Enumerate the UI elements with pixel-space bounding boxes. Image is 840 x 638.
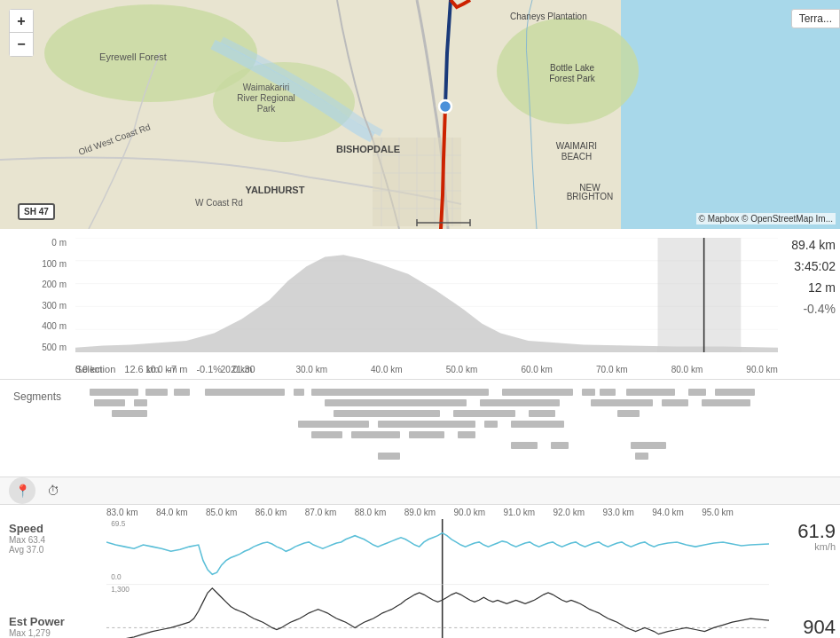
x-label-90: 90.0 km: [746, 365, 778, 374]
bx-94: 94.0 km: [652, 508, 684, 517]
power-current-value: 904: [803, 618, 836, 637]
map-container: Eyrewell Forest Waimakariri River Region…: [0, 0, 840, 229]
bx-87: 87.0 km: [305, 508, 337, 517]
speed-value-container: 61.9 km/h: [797, 522, 836, 552]
speed-avg: Avg 37.0: [9, 545, 98, 555]
elevation-container: 500 m 400 m 300 m 200 m 100 m 0 m 0.0 km: [0, 229, 840, 380]
speed-label: Speed: [9, 522, 98, 535]
svg-text:YALDHURST: YALDHURST: [246, 185, 305, 195]
svg-rect-65: [617, 410, 640, 417]
y-label-300: 300 m: [13, 301, 71, 311]
bx-95: 95.0 km: [702, 508, 734, 517]
svg-text:BRIGHTON: BRIGHTON: [567, 192, 614, 201]
svg-rect-58: [591, 399, 653, 406]
stat-time: 3:45:02: [778, 259, 836, 273]
svg-text:W Coast Rd: W Coast Rd: [195, 198, 243, 208]
svg-rect-47: [311, 389, 489, 396]
svg-rect-73: [458, 431, 475, 438]
svg-rect-63: [453, 410, 515, 417]
svg-rect-52: [688, 389, 706, 396]
segments-label: Segments: [13, 390, 61, 403]
x-label-30: 30.0 km: [295, 365, 327, 374]
chart-svg-area[interactable]: 69.5 0.0 1,300 0: [106, 517, 769, 638]
svg-text:River Regional: River Regional: [237, 93, 295, 103]
svg-text:Eyrewell Forest: Eyrewell Forest: [99, 51, 167, 62]
svg-rect-69: [511, 421, 564, 428]
bx-91: 91.0 km: [504, 508, 536, 517]
speed-unit: km/h: [797, 541, 836, 552]
bottom-panel: 📍 ⏱ 83.0 km 84.0 km 85.0 km 86.0 km 87.0…: [0, 477, 840, 638]
stat-grade: -0.4%: [778, 302, 836, 316]
tab-bar: 📍 ⏱: [0, 477, 840, 505]
speed-max: Max 63.4: [9, 535, 98, 545]
bx-93: 93.0 km: [602, 508, 634, 517]
svg-point-15: [439, 100, 451, 113]
power-value-container: 904 W: [803, 618, 836, 638]
power-info: Est Power Max 1,279 Avg 299: [9, 615, 98, 638]
svg-text:BISHOPDALE: BISHOPDALE: [336, 144, 400, 154]
svg-rect-56: [325, 399, 467, 406]
bottom-x-labels: 83.0 km 84.0 km 85.0 km 86.0 km 87.0 km …: [0, 505, 840, 517]
x-label-40: 40.0 km: [371, 365, 403, 374]
elevation-stats: 89.4 km 3:45:02 12 m -0.4%: [778, 238, 836, 316]
elevation-chart-area[interactable]: [75, 238, 778, 352]
svg-text:Chaneys Plantation: Chaneys Plantation: [510, 12, 587, 21]
x-label-80: 80.0 km: [671, 365, 703, 374]
svg-rect-66: [298, 421, 369, 428]
selection-label: Selection: [75, 364, 115, 374]
svg-text:WAIMAIRI: WAIMAIRI: [556, 141, 597, 151]
svg-rect-62: [334, 410, 440, 417]
svg-text:BEACH: BEACH: [561, 152, 592, 161]
segments-area: [80, 387, 765, 470]
svg-rect-53: [715, 389, 755, 396]
svg-rect-45: [205, 389, 285, 396]
svg-text:1,300: 1,300: [111, 585, 130, 594]
bx-84: 84.0 km: [156, 508, 188, 517]
svg-rect-68: [484, 421, 498, 428]
terrain-badge[interactable]: Terra...: [791, 9, 840, 28]
svg-rect-46: [294, 389, 304, 396]
svg-rect-42: [90, 389, 138, 396]
y-label-100: 100 m: [13, 259, 71, 269]
stat-distance: 89.4 km: [778, 238, 836, 252]
bx-88: 88.0 km: [355, 508, 387, 517]
y-label-500: 500 m: [13, 343, 71, 352]
svg-rect-60: [702, 399, 750, 406]
stat-elevation-gain: 12 m: [778, 280, 836, 295]
map-zoom-controls: + −: [9, 9, 34, 57]
svg-rect-54: [94, 399, 125, 406]
zoom-in-button[interactable]: +: [10, 10, 33, 33]
x-label-70: 70.0 km: [596, 365, 628, 374]
svg-text:Bottle Lake: Bottle Lake: [550, 63, 594, 73]
charts-area: Speed Max 63.4 Avg 37.0 Est Power Max 1,…: [0, 517, 840, 638]
svg-rect-78: [635, 453, 648, 460]
y-label-400: 400 m: [13, 321, 71, 331]
svg-rect-59: [662, 399, 688, 406]
power-max: Max 1,279: [9, 628, 98, 638]
location-tab[interactable]: 📍: [9, 477, 35, 504]
svg-rect-51: [626, 389, 675, 396]
svg-rect-70: [311, 431, 342, 438]
svg-text:Waimakariri: Waimakariri: [243, 83, 289, 92]
elevation-y-axis: 500 m 400 m 300 m 200 m 100 m 0 m: [13, 238, 71, 352]
x-label-50: 50.0 km: [446, 365, 478, 374]
svg-rect-43: [145, 389, 168, 396]
selection-elevation: -7 m: [168, 364, 187, 374]
svg-rect-75: [551, 442, 569, 449]
time-tab[interactable]: ⏱: [40, 477, 67, 504]
zoom-out-button[interactable]: −: [10, 33, 33, 56]
svg-text:69.5: 69.5: [111, 519, 126, 528]
chart-right-values: 61.9 km/h 904 W: [769, 517, 840, 638]
y-label-0: 0 m: [13, 238, 71, 248]
x-label-60: 60.0 km: [521, 365, 553, 374]
svg-rect-61: [112, 410, 147, 417]
svg-rect-77: [378, 453, 400, 460]
svg-rect-55: [134, 399, 147, 406]
svg-rect-57: [480, 399, 560, 406]
svg-rect-74: [511, 442, 538, 449]
sh-badge: SH 47: [18, 203, 55, 220]
svg-rect-67: [378, 421, 475, 428]
bx-83: 83.0 km: [106, 508, 138, 517]
bx-92: 92.0 km: [553, 508, 585, 517]
chart-left-labels: Speed Max 63.4 Avg 37.0 Est Power Max 1,…: [0, 517, 106, 638]
